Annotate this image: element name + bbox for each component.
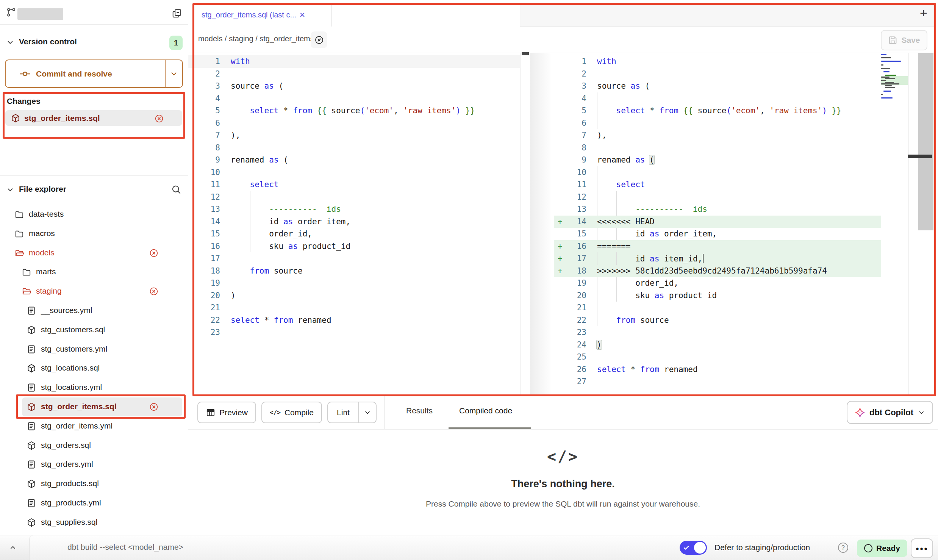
- explorer-item-stg-locations-yml[interactable]: stg_locations.yml: [0, 379, 188, 396]
- code-line-4: 4: [554, 92, 881, 105]
- tab-stg-order-items[interactable]: stg_order_items.sql (last c... ✕: [192, 3, 332, 27]
- tab-label: stg_order_items.sql (last c...: [202, 11, 296, 19]
- code-line-1: 1with: [188, 55, 520, 68]
- explore-lineage-button[interactable]: [311, 31, 327, 48]
- model-icon: [27, 518, 36, 527]
- explorer-item-macros[interactable]: macros: [0, 225, 188, 242]
- explorer-item-data-tests[interactable]: data-tests: [0, 206, 188, 223]
- file-explorer-title: File explorer: [19, 185, 66, 194]
- status-bar: dbt build --select <model_name> Defer to…: [0, 535, 938, 560]
- tab-results[interactable]: Results: [406, 406, 433, 415]
- help-icon[interactable]: ?: [838, 543, 848, 553]
- editor-left-pane[interactable]: 1with23source as (45 select * from {{ so…: [188, 55, 520, 339]
- toolbar-bottom-divider: [188, 429, 938, 430]
- sidebar: Version control 1 Commit and resolve Cha…: [0, 0, 188, 535]
- model-cube-icon: [11, 113, 20, 123]
- file-name: stg_products.sql: [41, 479, 99, 488]
- code-line-3: 3source as (: [554, 80, 881, 92]
- code-line-8: 8: [554, 142, 881, 154]
- code-line-2: 2: [188, 68, 520, 80]
- explorer-item-stg-order-items-yml[interactable]: stg_order_items.yml: [0, 418, 188, 435]
- folder-open-icon: [14, 248, 24, 258]
- file-name: stg_locations.sql: [41, 363, 100, 372]
- code-line-21: 21: [188, 302, 520, 314]
- file-name: stg_order_items.yml: [41, 421, 113, 430]
- lint-button[interactable]: Lint: [327, 402, 377, 423]
- compass-icon: [314, 35, 324, 45]
- sidebar-divider: [0, 24, 188, 25]
- left-pane-scrollbar[interactable]: [520, 53, 529, 394]
- lint-label: Lint: [337, 408, 350, 417]
- code-line-25: 25: [554, 351, 881, 363]
- discard-change-icon[interactable]: [149, 402, 159, 412]
- breadcrumb-bar: models / staging / stg_order_items.sql: [188, 27, 938, 53]
- minimap[interactable]: [881, 54, 908, 102]
- code-line-26: 26select * from renamed: [554, 363, 881, 376]
- model-icon: [27, 325, 36, 335]
- preview-button[interactable]: Preview: [197, 402, 256, 423]
- editor-scrollbar-handle[interactable]: [918, 53, 933, 230]
- discard-change-icon[interactable]: [149, 248, 159, 258]
- discard-change-icon[interactable]: [154, 114, 164, 124]
- explorer-item-staging[interactable]: staging: [0, 283, 188, 300]
- explorer-item-stg-customers-yml[interactable]: stg_customers.yml: [0, 341, 188, 358]
- commit-button-label: Commit and resolve: [36, 69, 112, 78]
- code-line-23: 23: [188, 326, 520, 339]
- chevron-up-icon[interactable]: [8, 543, 17, 552]
- code-line-11: 11 select: [188, 178, 520, 191]
- chevron-down-icon[interactable]: [6, 186, 14, 194]
- chevron-down-icon[interactable]: [6, 38, 14, 47]
- explorer-item-stg-orders-yml[interactable]: stg_orders.yml: [0, 456, 188, 473]
- code-line-1: 1with: [554, 55, 881, 68]
- defer-toggle[interactable]: [680, 541, 707, 555]
- explorer-item-stg-orders-sql[interactable]: stg_orders.sql: [0, 437, 188, 454]
- code-line-17: 17: [188, 252, 520, 265]
- explorer-item-models[interactable]: models: [0, 245, 188, 261]
- code-icon: </>: [270, 409, 281, 416]
- doc-icon: [27, 498, 36, 508]
- code-line-15: 15 order_id,: [188, 228, 520, 240]
- code-line-13: 13 ---------- ids: [188, 203, 520, 216]
- overview-ruler: [908, 53, 918, 394]
- code-line-12: 12: [554, 191, 881, 203]
- more-options-button[interactable]: ●●●: [911, 538, 933, 558]
- explorer-item-stg-products-sql[interactable]: stg_products.sql: [0, 476, 188, 492]
- explorer-item-stg-order-items-sql[interactable]: stg_order_items.sql: [0, 399, 188, 415]
- search-icon[interactable]: [170, 184, 182, 195]
- folder-icon: [14, 210, 24, 219]
- dbt-copilot-button[interactable]: dbt Copilot: [847, 401, 933, 424]
- explorer-item-stg-products-yml[interactable]: stg_products.yml: [0, 495, 188, 512]
- tab-compiled-code[interactable]: Compiled code: [459, 406, 512, 415]
- commit-and-resolve-button[interactable]: Commit and resolve: [5, 59, 183, 88]
- explorer-item--sources-yml[interactable]: __sources.yml: [0, 302, 188, 319]
- status-badge: Ready: [857, 540, 907, 557]
- tab-close-icon[interactable]: ✕: [299, 11, 305, 19]
- ready-label: Ready: [876, 544, 900, 553]
- save-button[interactable]: Save: [881, 30, 927, 50]
- code-line-13: 13 ---------- ids: [554, 203, 881, 216]
- preview-label: Preview: [219, 408, 248, 417]
- toolbar-divider: [384, 396, 385, 429]
- new-tab-button[interactable]: +: [915, 4, 932, 22]
- explorer-item-stg-locations-sql[interactable]: stg_locations.sql: [0, 360, 188, 377]
- doc-icon: [27, 383, 36, 393]
- model-icon: [27, 363, 36, 373]
- copy-icon[interactable]: [171, 8, 182, 19]
- code-line-8: 8: [188, 142, 520, 154]
- ready-circle-icon: [864, 544, 872, 552]
- commit-dropdown-button[interactable]: [165, 60, 182, 87]
- code-line-6: 6: [554, 117, 881, 130]
- explorer-item-stg-supplies-sql[interactable]: stg_supplies.sql: [0, 514, 188, 531]
- explorer-item-stg-customers-sql[interactable]: stg_customers.sql: [0, 322, 188, 338]
- changed-file-item[interactable]: stg_order_items.sql: [5, 110, 182, 126]
- save-icon: [888, 35, 898, 45]
- doc-icon: [27, 306, 36, 316]
- code-line-9: 9renamed as (: [188, 154, 520, 166]
- code-line-23: 23: [554, 326, 881, 339]
- doc-icon: [27, 460, 36, 469]
- compile-button[interactable]: </> Compile: [261, 402, 322, 423]
- discard-change-icon[interactable]: [149, 286, 159, 296]
- lint-dropdown-button[interactable]: [358, 402, 376, 422]
- explorer-item-marts[interactable]: marts: [0, 264, 188, 280]
- editor-right-pane[interactable]: 1with23source as (45 select * from {{ so…: [554, 55, 881, 388]
